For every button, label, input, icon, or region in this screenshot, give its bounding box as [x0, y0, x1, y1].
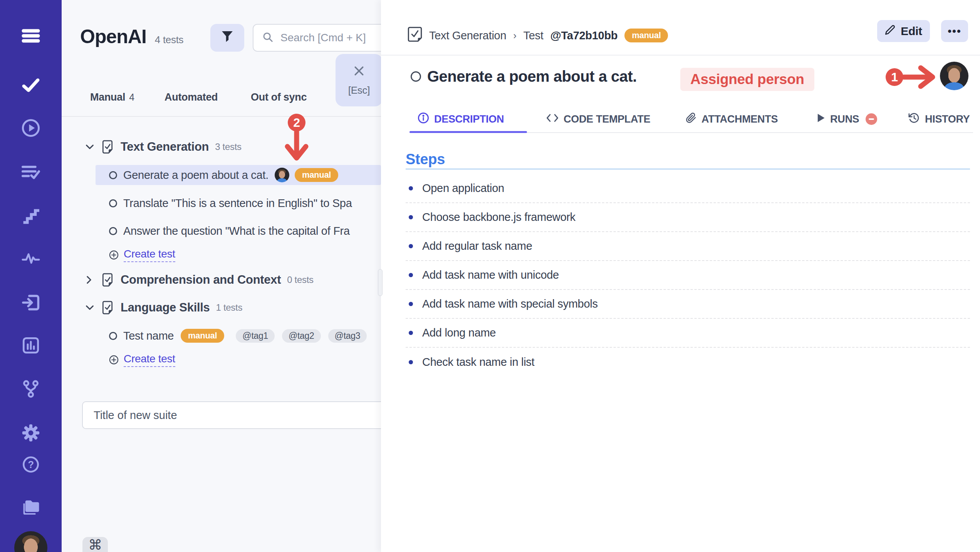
- test-row-translate[interactable]: Translate "This is a sentence in English…: [62, 193, 381, 213]
- tab-code-template[interactable]: CODE TEMPLATE: [546, 108, 650, 130]
- create-test-link[interactable]: Create test: [124, 353, 175, 367]
- bullet-icon: [409, 244, 413, 248]
- project-header: OpenAI 4 tests: [80, 25, 183, 48]
- test-row-answer[interactable]: Answer the question "What is the capital…: [62, 221, 381, 241]
- suite-row-comprehension[interactable]: Comprehension and Context 0 tests: [62, 268, 381, 292]
- esc-hint-label: [Esc]: [348, 84, 370, 96]
- chevron-right-icon[interactable]: [86, 276, 95, 284]
- app-sidebar: ?: [0, 0, 62, 552]
- help-icon[interactable]: ?: [20, 454, 42, 475]
- test-status-circle-icon: [109, 171, 117, 179]
- assignee-avatar[interactable]: [275, 168, 289, 182]
- suite-count: 1 tests: [216, 302, 243, 313]
- tag-chip[interactable]: @tag3: [328, 329, 367, 343]
- manual-badge: manual: [624, 29, 668, 42]
- app-window: OpenAI 4 tests [Esc] Manual 4: [0, 0, 980, 552]
- test-plans-icon[interactable]: [20, 161, 42, 183]
- pencil-icon: [885, 25, 895, 38]
- project-tests-count: 4 tests: [155, 34, 184, 46]
- bullet-icon: [409, 331, 413, 335]
- menu-icon[interactable]: [20, 25, 42, 47]
- detail-tabs: DESCRIPTION CODE TEMPLATE ATTACHMENTS RU…: [381, 108, 980, 130]
- projects-folder-icon[interactable]: [20, 496, 42, 518]
- filter-button[interactable]: [210, 24, 244, 52]
- breadcrumb-test-prefix: Test: [524, 29, 544, 42]
- breadcrumb-separator: ›: [513, 30, 516, 42]
- tab-attachments[interactable]: ATTACHMENTS: [686, 108, 778, 130]
- test-detail-panel: Text Generation › Test @Ta72b10bb manual…: [381, 0, 980, 552]
- test-row-generate-poem[interactable]: Generate a poem about a cat. manual: [96, 165, 381, 185]
- tag-chip[interactable]: @tag1: [236, 329, 275, 343]
- more-actions-button[interactable]: •••: [941, 20, 968, 42]
- manual-badge: manual: [295, 168, 338, 182]
- user-avatar[interactable]: [14, 531, 47, 552]
- suite-count: 0 tests: [287, 274, 314, 285]
- search-input[interactable]: [280, 31, 381, 44]
- step-item: Add task name with unicode: [406, 261, 970, 290]
- task-check-icon: [408, 27, 422, 45]
- search-dismiss-popover[interactable]: [Esc]: [336, 54, 381, 106]
- tag-chip[interactable]: @tag2: [282, 329, 321, 343]
- branches-icon[interactable]: [20, 378, 42, 400]
- search-box[interactable]: [253, 24, 381, 52]
- close-icon[interactable]: [352, 64, 366, 79]
- create-test-row[interactable]: Create test: [62, 246, 381, 264]
- test-status-circle-icon: [109, 199, 117, 207]
- test-status-circle-icon: [411, 71, 421, 82]
- test-status-circle-icon: [109, 332, 117, 340]
- suite-doc-check-icon: [101, 273, 114, 287]
- runs-play-icon[interactable]: [20, 117, 42, 139]
- tab-out-of-sync[interactable]: Out of sync: [251, 86, 307, 109]
- steps-heading-rule: [406, 168, 970, 170]
- play-icon: [817, 113, 825, 126]
- suite-doc-check-icon: [101, 140, 114, 154]
- command-key-button[interactable]: ⌘: [82, 537, 108, 552]
- suite-filter-tabs: Manual 4 Automated Out of sync: [62, 86, 381, 109]
- breadcrumb-suite[interactable]: Text Generation: [429, 29, 506, 42]
- steps-list: Open application Choose backbone.js fram…: [406, 174, 970, 377]
- suite-name: Text Generation: [121, 140, 209, 154]
- sign-in-icon[interactable]: [20, 292, 42, 313]
- suite-name: Comprehension and Context: [121, 273, 281, 287]
- chevron-down-icon[interactable]: [86, 304, 95, 311]
- info-icon: [418, 112, 429, 126]
- step-item: Choose backbone.js framework: [406, 203, 970, 232]
- tab-manual-count: 4: [129, 92, 134, 103]
- tab-automated[interactable]: Automated: [164, 86, 218, 109]
- suites-panel: OpenAI 4 tests [Esc] Manual 4: [62, 0, 381, 552]
- suite-row-language-skills[interactable]: Language Skills 1 tests: [62, 295, 381, 320]
- edit-button[interactable]: Edit: [877, 20, 930, 42]
- new-suite-title-input[interactable]: [82, 401, 381, 429]
- create-test-link[interactable]: Create test: [124, 248, 175, 262]
- tab-runs[interactable]: RUNS: [817, 108, 877, 130]
- bullet-icon: [409, 360, 413, 364]
- reports-icon[interactable]: [20, 335, 42, 356]
- search-icon: [262, 31, 274, 44]
- tab-manual[interactable]: Manual 4: [90, 86, 134, 109]
- step-item: Add task name with special symbols: [406, 290, 970, 319]
- chevron-down-icon[interactable]: [86, 143, 95, 150]
- suite-row-text-generation[interactable]: Text Generation 3 tests: [62, 135, 381, 159]
- test-tree: Text Generation 3 tests Generate a poem …: [62, 127, 381, 369]
- settings-gear-icon[interactable]: [20, 422, 42, 444]
- assignee-avatar[interactable]: [940, 62, 968, 90]
- history-clock-icon: [908, 112, 920, 126]
- panel-scrollbar-thumb[interactable]: [378, 269, 383, 296]
- tab-description[interactable]: DESCRIPTION: [418, 108, 504, 130]
- command-icon: ⌘: [88, 537, 102, 552]
- create-test-row[interactable]: Create test: [62, 350, 381, 369]
- paperclip-icon: [686, 112, 696, 126]
- pulse-icon[interactable]: [20, 247, 42, 269]
- step-item: Check task name in list: [406, 348, 970, 377]
- bullet-icon: [409, 302, 413, 306]
- step-item: Add regular task name: [406, 232, 970, 261]
- tab-history[interactable]: HISTORY: [908, 108, 970, 130]
- steps-icon[interactable]: [20, 205, 42, 226]
- test-row-test-name[interactable]: Test name manual @tag1 @tag2 @tag3: [62, 326, 381, 346]
- plus-circle-icon: [109, 250, 119, 260]
- svg-text:?: ?: [28, 459, 34, 470]
- test-title: Generate a poem about a cat.: [427, 68, 637, 85]
- manual-badge: manual: [181, 329, 224, 343]
- assigned-person-annotation: Assigned person: [680, 68, 814, 91]
- tests-check-icon[interactable]: [20, 74, 42, 96]
